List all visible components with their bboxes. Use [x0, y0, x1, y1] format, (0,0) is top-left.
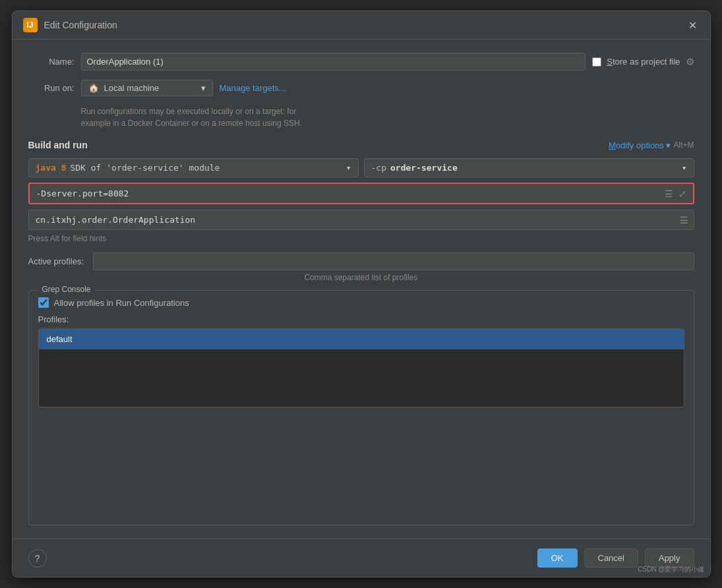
- sdk-keyword: java 8: [36, 163, 67, 173]
- dialog-footer: ? OK Cancel Apply: [13, 539, 710, 577]
- vm-options-input[interactable]: [30, 184, 663, 203]
- house-icon: 🏠: [88, 83, 99, 93]
- grep-profiles-label: Profiles:: [38, 314, 684, 324]
- run-on-label: Run on:: [28, 83, 75, 93]
- vm-icons: ☰ ⤢: [663, 187, 693, 200]
- name-input[interactable]: [81, 53, 586, 71]
- build-run-title: Build and run: [28, 140, 88, 150]
- vm-options-row: ☰ ⤢: [28, 183, 694, 204]
- modify-options-shortcut: Alt+M: [673, 140, 694, 150]
- grep-profiles-list: default: [38, 328, 684, 407]
- help-button[interactable]: ?: [28, 549, 47, 568]
- profiles-hint: Comma separated list of profiles: [28, 273, 694, 282]
- main-class-row: ☰: [28, 210, 694, 230]
- cp-label: -cp: [371, 163, 386, 173]
- grep-console-section: Grep Console Allow profiles in Run Confi…: [28, 290, 694, 525]
- cancel-button[interactable]: Cancel: [584, 548, 638, 568]
- run-on-dropdown[interactable]: 🏠 Local machine ▾: [81, 80, 213, 96]
- build-run-header: Build and run Modify options ▾ Alt+M: [28, 140, 694, 150]
- run-on-value: Local machine: [104, 83, 160, 93]
- grep-console-legend: Grep Console: [38, 285, 95, 294]
- vm-browse-button[interactable]: ☰: [663, 187, 675, 200]
- dialog-body: Name: Store as project file ⚙ Run on: 🏠 …: [13, 40, 710, 539]
- ok-button[interactable]: OK: [537, 548, 578, 568]
- press-alt-hint: Press Alt for field hints: [28, 234, 694, 243]
- build-sdk-row: java 8 SDK of 'order-service' module ▾ -…: [28, 158, 694, 177]
- name-row: Name: Store as project file ⚙: [28, 53, 694, 71]
- title-bar-left: IJ Edit Configuration: [23, 18, 117, 32]
- dialog-title: Edit Configuration: [44, 20, 117, 30]
- store-as-project-label: Store as project file: [607, 57, 680, 67]
- app-icon: IJ: [23, 18, 38, 32]
- sdk-suffix: SDK of 'order-service' module: [70, 163, 220, 173]
- vm-expand-button[interactable]: ⤢: [677, 187, 688, 200]
- active-profiles-label: Active profiles:: [28, 256, 84, 266]
- close-button[interactable]: ✕: [686, 18, 700, 32]
- allow-profiles-label[interactable]: Allow profiles in Run Configurations: [54, 298, 189, 308]
- store-as-project-checkbox[interactable]: [592, 57, 601, 67]
- profile-item-default[interactable]: default: [39, 329, 684, 349]
- cp-dropdown[interactable]: -cp order-service ▾: [364, 158, 694, 177]
- allow-profiles-row: Allow profiles in Run Configurations: [38, 297, 684, 308]
- name-label: Name:: [28, 57, 75, 67]
- main-class-input[interactable]: [29, 210, 675, 229]
- watermark: CSDN @爱学习的小健: [638, 565, 704, 574]
- run-on-row: Run on: 🏠 Local machine ▾ Manage targets…: [28, 80, 694, 96]
- active-profiles-input[interactable]: [93, 252, 694, 270]
- active-profiles-row: Active profiles:: [28, 252, 694, 270]
- edit-configuration-dialog: IJ Edit Configuration ✕ Name: Store as p…: [12, 11, 711, 577]
- run-on-hint: Run configurations may be executed local…: [81, 105, 694, 129]
- cp-chevron-icon: ▾: [682, 163, 687, 173]
- cp-value: order-service: [390, 163, 458, 173]
- store-row: Store as project file ⚙: [592, 56, 694, 68]
- modify-options-label: Modify options ▾: [609, 140, 671, 150]
- sdk-dropdown[interactable]: java 8 SDK of 'order-service' module ▾: [28, 158, 359, 177]
- allow-profiles-checkbox[interactable]: [38, 297, 49, 308]
- gear-icon[interactable]: ⚙: [686, 56, 694, 68]
- modify-options-button[interactable]: Modify options ▾ Alt+M: [609, 140, 694, 150]
- manage-targets-link[interactable]: Manage targets...: [220, 83, 286, 93]
- main-class-browse-button[interactable]: ☰: [675, 212, 694, 228]
- chevron-down-icon: ▾: [201, 83, 206, 93]
- sdk-chevron-icon: ▾: [346, 163, 351, 173]
- title-bar: IJ Edit Configuration ✕: [13, 11, 710, 40]
